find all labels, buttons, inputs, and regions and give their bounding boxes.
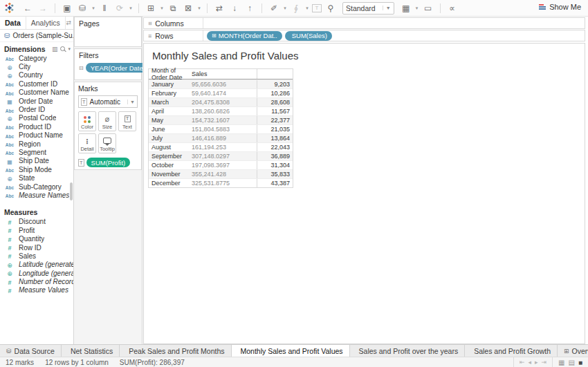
run-updates-button[interactable]: ⟳ (113, 3, 126, 14)
chevron-down-icon[interactable]: ▾ (68, 46, 71, 52)
shelf-pill[interactable]: SUM(Sales) (285, 31, 332, 41)
measure-item[interactable]: Sales (0, 252, 73, 260)
search-icon[interactable] (60, 46, 65, 51)
show-me-button[interactable]: Show Me (539, 3, 581, 11)
profit-mark[interactable]: 43,387 (257, 179, 293, 187)
separator[interactable] (261, 3, 262, 13)
show-hide-cards-button[interactable]: ▦ (400, 3, 412, 14)
sheet-tab[interactable]: Monthly Sales and Profit Values (232, 345, 350, 357)
profit-mark[interactable]: 10,286 (257, 89, 293, 97)
dimension-item[interactable]: Order ID (0, 105, 73, 113)
show-tabs-view-icon[interactable]: ▦ (558, 359, 564, 366)
measure-item[interactable]: Row ID (0, 243, 73, 252)
new-datasource-button[interactable]: ⛁ (76, 3, 89, 14)
last-page-icon[interactable]: ⇥ (542, 359, 547, 366)
dropdown-caret-icon[interactable]: ▾ (129, 3, 133, 13)
pages-card[interactable]: Pages (74, 17, 142, 47)
tab-data[interactable]: Data (0, 17, 26, 29)
measure-item[interactable]: Longitude (generated) (0, 269, 73, 277)
dimension-item[interactable]: City (0, 62, 73, 70)
dimension-item[interactable]: Ship Mode (0, 165, 73, 173)
sheet-tab[interactable]: Peak Sales and Profit Months (120, 345, 231, 357)
separator[interactable] (440, 3, 441, 13)
profit-mark[interactable]: 9,203 (257, 80, 293, 88)
profit-mark[interactable]: 22,377 (257, 116, 293, 124)
rows-shelf[interactable]: ≡ Rows MONTH(Order Dat.. SUM(Sales) (143, 30, 585, 41)
mark-type-select[interactable]: T Automatic ▼ (78, 95, 138, 108)
presentation-mode-button[interactable]: ▭ (422, 3, 434, 14)
columns-shelf[interactable]: ≡ Columns (143, 17, 585, 29)
next-page-icon[interactable]: ▸ (535, 359, 538, 366)
dimension-item[interactable]: Postal Code (0, 114, 73, 122)
dimension-item[interactable]: Customer ID (0, 79, 73, 88)
measure-item[interactable]: Quantity (0, 234, 73, 243)
shelf-pill[interactable]: MONTH(Order Dat.. (207, 31, 282, 41)
profit-mark[interactable]: 28,608 (257, 98, 293, 106)
filters-card[interactable]: Filters ⊟ YEAR(Order Date) (74, 48, 142, 80)
profit-mark[interactable]: 35,833 (257, 170, 293, 178)
format-links-button[interactable]: ∮ (290, 3, 302, 14)
duplicate-sheet-button[interactable]: ⧉ (167, 3, 179, 14)
new-worksheet-button[interactable]: ⊞ (145, 3, 157, 14)
dimension-item[interactable]: Category (0, 54, 73, 62)
first-page-icon[interactable]: ⇤ (520, 359, 525, 366)
sort-descending-button[interactable]: ↑ (244, 3, 256, 14)
profit-mark[interactable]: 11,567 (257, 107, 293, 115)
sheet-tab[interactable]: Data Source (0, 345, 62, 357)
fit-select[interactable]: Standard ▼ (342, 2, 394, 15)
dimension-item[interactable]: Ship Date (0, 157, 73, 165)
clear-sheet-button[interactable]: ⊠ (182, 3, 194, 14)
profit-mark[interactable]: 21,035 (257, 125, 293, 133)
full-view-icon[interactable]: ■ (578, 359, 582, 366)
measure-item[interactable]: Discount (0, 218, 73, 226)
share-workbook-button[interactable]: ∝ (446, 3, 459, 14)
profit-mark[interactable]: 13,864 (257, 134, 293, 142)
text[interactable]: Text (118, 111, 136, 131)
measure-item[interactable]: Latitude (generated) (0, 261, 73, 269)
filmstrip-view-icon[interactable]: ▤ (569, 359, 575, 366)
profit-mark[interactable]: 22,043 (257, 143, 293, 151)
dropdown-caret-icon[interactable]: ▾ (160, 3, 164, 13)
datasource-item[interactable]: ⛁ Orders (Sample-Su... (0, 30, 73, 42)
swap-rows-columns-button[interactable]: ⇄ (213, 3, 226, 14)
highlight-button[interactable]: ✐ (268, 3, 280, 14)
dimension-item[interactable]: Region (0, 140, 73, 148)
sort-ascending-button[interactable]: ↓ (228, 3, 241, 14)
dimension-item[interactable]: Order Date (0, 97, 73, 105)
sheet-tab[interactable]: Sales and Profit over the years (350, 345, 466, 357)
prev-page-icon[interactable]: ◂ (528, 359, 531, 366)
dropdown-caret-icon[interactable]: ▾ (415, 3, 419, 13)
dimension-item[interactable]: Country (0, 71, 73, 79)
dimension-item[interactable]: Product ID (0, 122, 73, 131)
dimension-item[interactable]: Measure Names (0, 191, 73, 199)
separator[interactable] (55, 3, 55, 13)
sheet-tab[interactable]: Overview of the Superstore (558, 345, 588, 357)
view-list-icon[interactable]: ▥ (52, 46, 58, 53)
filter-pill-year-order-date[interactable]: YEAR(Order Date) (86, 63, 150, 73)
dropdown-caret-icon[interactable]: ▾ (91, 3, 95, 13)
scrollbar-thumb[interactable] (70, 182, 73, 200)
dimension-item[interactable]: Segment (0, 148, 73, 156)
sheet-tab[interactable]: Sales and Profit Growth (465, 345, 558, 357)
measure-item[interactable]: Measure Values (0, 286, 73, 294)
fix-axes-button[interactable]: ⚲ (324, 3, 337, 14)
measure-item[interactable]: Number of Records (0, 277, 73, 285)
dimension-item[interactable]: State (0, 173, 73, 182)
separator[interactable] (138, 3, 139, 13)
profit-mark[interactable]: 31,304 (257, 161, 293, 169)
show-mark-labels-button[interactable]: T (312, 4, 322, 12)
color[interactable]: Color (78, 111, 96, 131)
sheet-tab[interactable]: Net Statistics (62, 345, 120, 357)
undo-button[interactable]: ← (21, 3, 34, 14)
save-button[interactable]: ▣ (61, 3, 73, 14)
dimension-item[interactable]: Product Name (0, 131, 73, 140)
dimension-item[interactable]: Customer Name (0, 88, 73, 97)
dropdown-caret-icon[interactable]: ▾ (305, 3, 309, 13)
marks-pill-sum-profit[interactable]: SUM(Profit) (86, 158, 131, 167)
dropdown-caret-icon[interactable]: ▾ (283, 3, 287, 13)
dimension-item[interactable]: Sub-Category (0, 182, 73, 191)
tab-analytics[interactable]: Analytics (26, 17, 66, 29)
measure-item[interactable]: Profit (0, 226, 73, 234)
separator[interactable] (207, 3, 208, 13)
tooltip[interactable]: Tooltip (98, 133, 116, 153)
